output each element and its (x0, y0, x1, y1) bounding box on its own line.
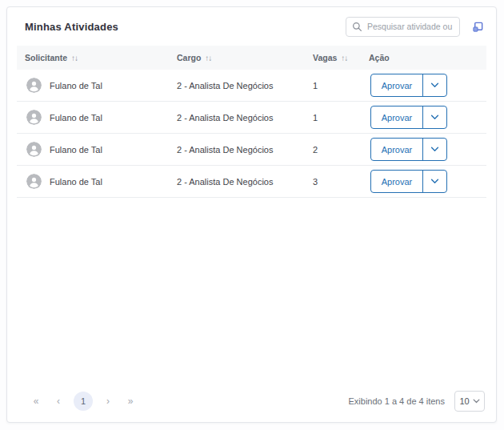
approve-dropdown-button[interactable] (422, 74, 446, 96)
table-footer: « ‹ 1 › » Exibindo 1 a 4 de 4 itens 10 (7, 380, 496, 422)
card-header: Minhas Atividades (7, 7, 496, 46)
pagination-last-button[interactable]: » (121, 392, 140, 411)
cargo-cell: 2 - Analista De Negócios (177, 81, 313, 90)
cargo-cell: 2 - Analista De Negócios (177, 113, 313, 123)
pagination-first-button[interactable]: « (26, 392, 46, 411)
acao-cell: Aprovar (369, 106, 486, 129)
search-input[interactable] (367, 22, 454, 31)
header-actions (346, 17, 485, 37)
pagination-current-page[interactable]: 1 (74, 392, 93, 411)
acao-cell: Aprovar (369, 138, 486, 161)
column-header-cargo[interactable]: Cargo ↑↓ (177, 53, 313, 62)
acao-cell: Aprovar (369, 74, 486, 97)
page-size-select[interactable]: 10 (454, 391, 485, 412)
table-row: Fulano de Tal 2 - Analista De Negócios 1… (17, 70, 486, 102)
user-avatar-icon (26, 174, 42, 189)
chevron-down-icon (430, 147, 439, 152)
column-header-acao: Ação (369, 53, 486, 62)
chevron-down-icon (430, 82, 439, 88)
cargo-cell: 2 - Analista De Negócios (177, 177, 313, 187)
table-row: Fulano de Tal 2 - Analista De Negócios 2… (17, 134, 486, 166)
pagination: « ‹ 1 › » (25, 392, 142, 411)
vagas-cell: 2 (313, 145, 369, 155)
table-body: Fulano de Tal 2 - Analista De Negócios 1… (17, 70, 486, 198)
search-box[interactable] (346, 17, 460, 37)
cargo-cell: 2 - Analista De Negócios (177, 145, 313, 155)
vagas-cell: 3 (313, 177, 369, 187)
approve-dropdown-button[interactable] (422, 106, 446, 128)
approve-dropdown-button[interactable] (422, 139, 446, 160)
column-label: Ação (369, 53, 390, 62)
solicitante-name: Fulano de Tal (50, 177, 102, 187)
user-avatar-icon (26, 110, 42, 125)
user-avatar-icon (26, 142, 42, 157)
approve-button[interactable]: Aprovar (371, 106, 422, 128)
footer-right: Exibindo 1 a 4 de 4 itens 10 (349, 391, 485, 412)
chevron-down-icon (430, 115, 439, 120)
column-label: Solicitante (25, 53, 67, 62)
solicitante-name: Fulano de Tal (50, 145, 102, 155)
solicitante-name: Fulano de Tal (50, 113, 102, 123)
empty-area (7, 198, 496, 380)
vagas-cell: 1 (313, 113, 369, 123)
expand-icon[interactable] (470, 19, 485, 34)
table-row: Fulano de Tal 2 - Analista De Negócios 3… (17, 166, 486, 198)
approve-button[interactable]: Aprovar (371, 171, 422, 192)
solicitante-cell: Fulano de Tal (17, 110, 177, 125)
approve-split-button: Aprovar (370, 74, 447, 97)
solicitante-name: Fulano de Tal (50, 81, 102, 90)
solicitante-cell: Fulano de Tal (17, 174, 177, 189)
sort-icon[interactable]: ↑↓ (205, 54, 211, 62)
page-size-value: 10 (459, 396, 469, 406)
solicitante-cell: Fulano de Tal (17, 142, 177, 157)
approve-dropdown-button[interactable] (422, 171, 446, 192)
column-header-vagas[interactable]: Vagas ↑↓ (313, 53, 369, 62)
approve-button[interactable]: Aprovar (371, 139, 422, 160)
approve-split-button: Aprovar (370, 106, 447, 129)
chevron-down-icon (430, 179, 439, 184)
table-row: Fulano de Tal 2 - Analista De Negócios 1… (17, 102, 486, 134)
pagination-prev-button[interactable]: ‹ (49, 392, 68, 411)
sort-icon[interactable]: ↑↓ (341, 54, 347, 62)
solicitante-cell: Fulano de Tal (17, 78, 177, 93)
sort-icon[interactable]: ↑↓ (71, 54, 78, 62)
approve-button[interactable]: Aprovar (371, 74, 422, 96)
column-label: Cargo (177, 53, 201, 62)
table-header-row: Solicitante ↑↓ Cargo ↑↓ Vagas ↑↓ Ação (17, 46, 486, 70)
pagination-next-button[interactable]: › (98, 392, 118, 411)
items-summary: Exibindo 1 a 4 de 4 itens (349, 396, 445, 406)
activities-card: Minhas Atividades Solicita (6, 6, 497, 423)
user-avatar-icon (26, 78, 42, 93)
approve-split-button: Aprovar (370, 170, 447, 193)
column-label: Vagas (313, 53, 337, 62)
column-header-solicitante[interactable]: Solicitante ↑↓ (17, 53, 177, 62)
vagas-cell: 1 (313, 81, 369, 90)
page-title: Minhas Atividades (25, 21, 118, 33)
search-icon (352, 22, 362, 32)
acao-cell: Aprovar (369, 170, 486, 193)
approve-split-button: Aprovar (370, 138, 447, 161)
chevron-down-icon (473, 399, 480, 404)
